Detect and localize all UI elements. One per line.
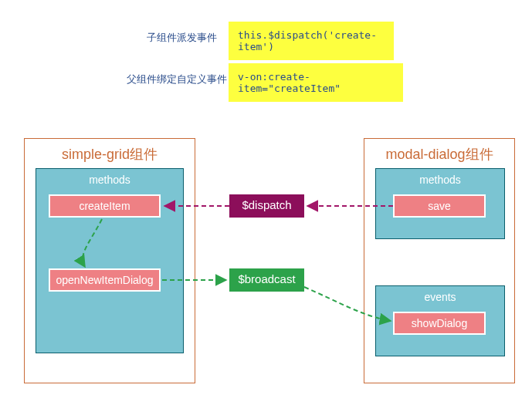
method-showDialog: showDialog — [393, 312, 486, 335]
legend-child-code: this.$dispatch('create-item') — [229, 22, 394, 60]
simple-grid-box: simple-grid组件 methods — [24, 138, 195, 383]
legend-parent-code: v-on:create-item="createItem" — [229, 63, 403, 102]
simple-grid-methods-title: methods — [36, 169, 183, 187]
method-save: save — [393, 194, 486, 218]
method-openNewItemDialog: openNewItemDialog — [49, 268, 161, 292]
method-createItem: createItem — [49, 194, 161, 218]
simple-grid-title: simple-grid组件 — [25, 145, 195, 164]
diagram-canvas: 子组件派发事件 this.$dispatch('create-item') 父组… — [0, 0, 532, 405]
modal-dialog-methods-title: methods — [376, 169, 504, 187]
modal-dialog-title: modal-dialog组件 — [364, 145, 514, 164]
legend-child-label: 子组件派发事件 — [147, 31, 217, 45]
modal-dialog-events-title: events — [376, 286, 504, 305]
modal-dialog-box: modal-dialog组件 methods events — [364, 138, 515, 383]
dispatch-pill: $dispatch — [229, 194, 304, 218]
broadcast-pill: $broadcast — [229, 268, 304, 292]
legend-parent-label: 父组件绑定自定义事件 — [127, 73, 227, 86]
